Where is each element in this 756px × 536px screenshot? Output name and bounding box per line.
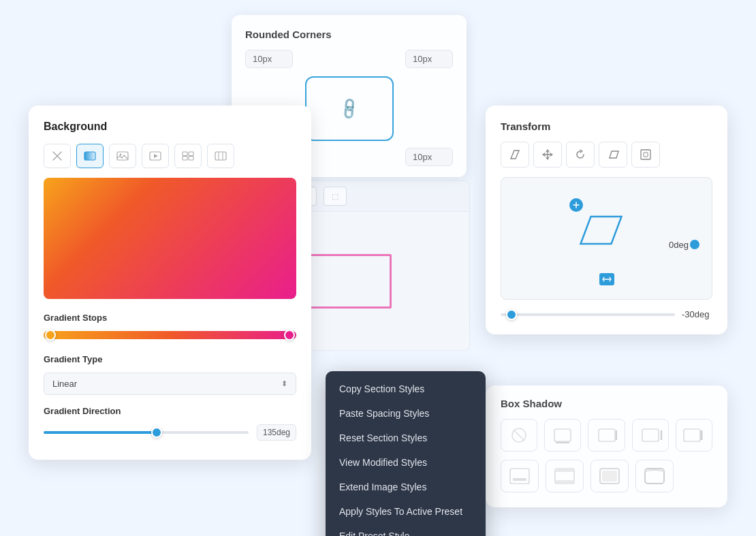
bg-type-pattern[interactable] — [174, 144, 202, 168]
transform-tool-parallelo[interactable] — [599, 142, 627, 168]
gradient-type-label: Gradient Type — [44, 354, 296, 364]
gradient-type-row: Gradient Type Linear Linear Radial Conic… — [44, 354, 296, 395]
gradient-stop-left[interactable] — [45, 330, 56, 341]
context-menu: Copy Section Styles Paste Spacing Styles… — [326, 371, 486, 536]
shadow-inner-1[interactable] — [501, 460, 539, 492]
transform-toolbar — [501, 142, 712, 168]
context-item-edit-preset[interactable]: Edit Preset Style — [326, 524, 486, 536]
transform-tool-rotate[interactable] — [566, 142, 595, 168]
svg-rect-5 — [183, 152, 187, 156]
context-item-copy-section[interactable]: Copy Section Styles — [326, 377, 486, 401]
shadow-none-btn[interactable] — [501, 419, 537, 452]
context-item-paste-spacing[interactable]: Paste Spacing Styles — [326, 401, 486, 426]
transform-deg-right: 0deg — [669, 239, 689, 249]
transform-tool-skew[interactable] — [501, 142, 529, 168]
context-item-extend-image[interactable]: Extend Image Styles — [326, 475, 486, 499]
gradient-stop-right[interactable] — [284, 330, 295, 341]
shadow-style-1[interactable] — [544, 419, 581, 452]
gradient-type-select-wrapper[interactable]: Linear Linear Radial Conic ⬍ — [44, 373, 296, 395]
shadow-style-2[interactable] — [588, 419, 625, 452]
gradient-direction-row: 135deg — [44, 424, 296, 441]
transform-canvas: 0deg — [501, 177, 712, 300]
corner-top-left-input[interactable]: 10px — [245, 50, 293, 68]
transform-dot-right[interactable] — [690, 240, 699, 249]
gradient-direction-section: Gradient Direction 135deg — [44, 406, 296, 441]
svg-rect-7 — [183, 157, 187, 161]
shadow-inner-3[interactable] — [590, 460, 629, 492]
gradient-direction-label: Gradient Direction — [44, 406, 296, 416]
transform-tool-resize[interactable] — [631, 142, 660, 168]
box-shadow-title: Box Shadow — [501, 398, 712, 409]
gradient-stops-label: Gradient Stops — [44, 313, 296, 323]
link-icon: 🔗 — [336, 96, 362, 121]
shadow-style-4[interactable] — [676, 419, 712, 452]
svg-rect-16 — [554, 429, 571, 441]
direction-slider-track[interactable] — [44, 431, 249, 434]
rounded-corners-title: Rounded Corners — [245, 29, 453, 40]
pink-rect — [303, 254, 392, 309]
background-panel: Background — [29, 106, 311, 460]
background-title: Background — [44, 121, 296, 133]
context-item-apply-preset[interactable]: Apply Styles To Active Preset — [326, 499, 486, 524]
shadow-row2 — [501, 460, 712, 492]
svg-rect-22 — [684, 429, 700, 441]
svg-rect-18 — [599, 429, 615, 441]
corner-bottom-input[interactable]: 10px — [405, 148, 453, 166]
shadow-inner-2[interactable] — [546, 460, 584, 492]
direction-slider-fill — [44, 431, 157, 434]
svg-point-2 — [120, 154, 122, 156]
bg-type-slide[interactable] — [207, 144, 234, 168]
svg-rect-0 — [84, 152, 95, 160]
svg-marker-4 — [154, 154, 158, 158]
corner-link-box[interactable]: 🔗 — [305, 76, 394, 141]
canvas-tool-4[interactable]: ⬚ — [324, 187, 347, 206]
svg-rect-9 — [215, 152, 226, 160]
transform-flip-control[interactable] — [599, 273, 614, 285]
gradient-stops-track[interactable] — [44, 331, 296, 339]
svg-rect-25 — [513, 478, 526, 481]
bg-type-gradient[interactable] — [76, 144, 104, 168]
direction-slider-thumb[interactable] — [151, 427, 162, 438]
svg-rect-8 — [189, 157, 193, 161]
svg-rect-27 — [555, 469, 574, 472]
context-item-view-modified[interactable]: View Modified Styles — [326, 450, 486, 475]
svg-rect-12 — [641, 150, 650, 159]
bg-type-video[interactable] — [142, 144, 169, 168]
transform-tool-move[interactable] — [533, 142, 562, 168]
svg-rect-6 — [189, 152, 193, 156]
svg-rect-13 — [644, 153, 648, 157]
corner-top-right-input[interactable]: 10px — [405, 50, 453, 68]
transform-slider-track[interactable] — [501, 313, 675, 316]
direction-value: 135deg — [257, 424, 296, 441]
svg-line-15 — [514, 430, 524, 441]
transform-title: Transform — [501, 121, 712, 132]
corner-inputs-row: 10px 10px — [245, 50, 453, 68]
transform-bottom-slider: -30deg — [501, 309, 712, 319]
transform-deg-bottom: -30deg — [682, 309, 712, 319]
gradient-preview — [44, 178, 296, 299]
transform-slider-thumb[interactable] — [506, 309, 517, 320]
transform-panel: Transform — [486, 106, 727, 334]
context-item-reset-section[interactable]: Reset Section Styles — [326, 426, 486, 450]
shadow-style-3[interactable] — [632, 419, 669, 452]
shadow-inner-4[interactable] — [635, 460, 674, 492]
svg-rect-30 — [602, 471, 617, 482]
svg-rect-24 — [510, 469, 529, 484]
svg-rect-1 — [117, 152, 128, 160]
bg-type-icons-row — [44, 144, 296, 168]
svg-rect-28 — [555, 480, 574, 484]
bg-type-image[interactable] — [109, 144, 136, 168]
bg-type-none[interactable] — [44, 144, 71, 168]
box-shadow-panel: Box Shadow — [486, 385, 727, 507]
shadow-options-row — [501, 419, 712, 452]
svg-rect-20 — [642, 429, 659, 441]
